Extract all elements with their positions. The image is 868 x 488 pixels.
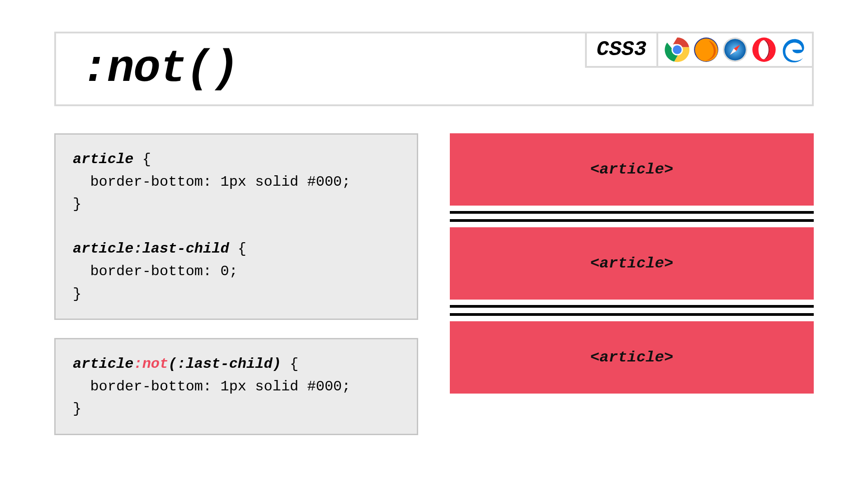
- article-box: <article>: [450, 227, 814, 300]
- safari-icon: [722, 37, 748, 62]
- code-selector: article: [73, 240, 133, 257]
- slide-title: :not(): [81, 43, 238, 94]
- code-brace: {: [281, 356, 298, 372]
- code-column: article { border-bottom: 1px solid #000;…: [54, 133, 418, 456]
- slide-header: :not() CSS3: [54, 32, 814, 106]
- css3-badge: CSS3: [585, 32, 658, 68]
- code-rule: border-bottom: 1px solid #000;: [73, 378, 351, 395]
- article-preview: <article> <article> <article>: [450, 133, 814, 394]
- code-block-not: article:not(:last-child) { border-bottom…: [54, 338, 418, 435]
- code-rule: border-bottom: 1px solid #000;: [73, 174, 351, 190]
- chrome-icon: [665, 37, 690, 62]
- firefox-icon: [693, 37, 719, 62]
- browser-support: [658, 32, 814, 68]
- code-selector: article: [73, 356, 133, 372]
- code-not-pseudo: :not: [133, 356, 168, 372]
- article-label: <article>: [590, 161, 674, 178]
- code-pseudo: :last-child: [133, 240, 229, 257]
- article-label: <article>: [590, 349, 674, 366]
- code-rule: border-bottom: 0;: [73, 263, 238, 280]
- edge-icon: [780, 37, 806, 62]
- preview-column: <article> <article> <article>: [450, 133, 814, 456]
- border-divider: [450, 305, 814, 316]
- code-brace: {: [133, 151, 151, 168]
- badges: CSS3: [585, 32, 814, 68]
- code-brace: }: [73, 196, 81, 212]
- code-selector: article: [73, 151, 133, 168]
- content-columns: article { border-bottom: 1px solid #000;…: [54, 133, 814, 456]
- code-brace: }: [73, 400, 81, 417]
- opera-icon: [751, 37, 777, 62]
- slide: :not() CSS3: [0, 0, 868, 488]
- article-label: <article>: [590, 255, 674, 272]
- code-brace: {: [229, 240, 246, 257]
- border-divider: [450, 211, 814, 222]
- code-block-traditional: article { border-bottom: 1px solid #000;…: [54, 133, 418, 320]
- code-brace: }: [73, 286, 81, 302]
- code-selector: (:last-child): [168, 356, 281, 372]
- article-box: <article>: [450, 133, 814, 206]
- article-box: <article>: [450, 321, 814, 394]
